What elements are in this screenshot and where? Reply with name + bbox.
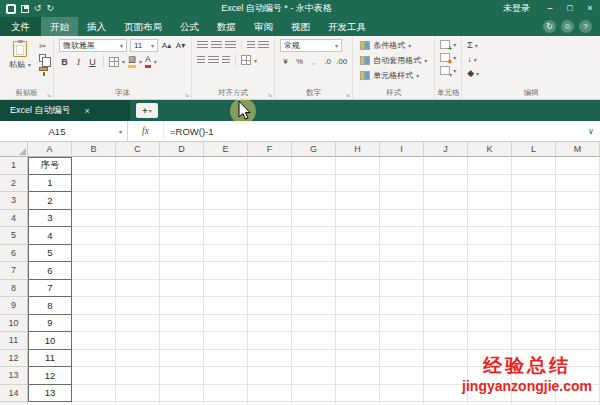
cell-H2[interactable] [336, 175, 380, 193]
cell-K15[interactable] [468, 402, 512, 404]
cell-D14[interactable] [160, 385, 204, 403]
cell-B12[interactable] [72, 350, 116, 368]
cell-G14[interactable] [292, 385, 336, 403]
cell-C11[interactable] [116, 332, 160, 350]
undo-icon[interactable]: ↺ [34, 0, 42, 17]
cell-M8[interactable] [556, 280, 600, 298]
insert-cells-icon[interactable] [440, 40, 450, 49]
cell-B13[interactable] [72, 367, 116, 385]
orientation-icon[interactable] [247, 41, 255, 49]
cell-E4[interactable] [204, 210, 248, 228]
cell-G3[interactable] [292, 192, 336, 210]
styles-button-条件格式[interactable]: 条件格式▾ [358, 39, 429, 52]
cell-B15[interactable] [72, 402, 116, 404]
cell-K6[interactable] [468, 245, 512, 263]
cell-L6[interactable] [512, 245, 556, 263]
cell-A13[interactable]: 12 [28, 367, 72, 385]
cell-E9[interactable] [204, 297, 248, 315]
cell-H12[interactable] [336, 350, 380, 368]
cell-M4[interactable] [556, 210, 600, 228]
cell-F4[interactable] [248, 210, 292, 228]
decrease-font-icon[interactable]: A▾ [175, 40, 186, 52]
cell-F1[interactable] [248, 157, 292, 175]
font-color-icon[interactable]: A [145, 55, 151, 68]
cell-G7[interactable] [292, 262, 336, 280]
row-header-15[interactable]: 15 [0, 402, 28, 404]
redo-icon[interactable]: ↻ [47, 0, 55, 17]
row-header-3[interactable]: 3 [0, 192, 28, 210]
cell-I12[interactable] [380, 350, 424, 368]
cell-I11[interactable] [380, 332, 424, 350]
row-header-2[interactable]: 2 [0, 175, 28, 193]
cell-G4[interactable] [292, 210, 336, 228]
cell-J8[interactable] [424, 280, 468, 298]
cell-E2[interactable] [204, 175, 248, 193]
cell-J7[interactable] [424, 262, 468, 280]
cell-F10[interactable] [248, 315, 292, 333]
cell-H1[interactable] [336, 157, 380, 175]
cell-E12[interactable] [204, 350, 248, 368]
format-painter-icon[interactable] [39, 67, 48, 71]
wrap-text-icon[interactable] [258, 41, 269, 49]
cell-B10[interactable] [72, 315, 116, 333]
cell-C10[interactable] [116, 315, 160, 333]
cell-D7[interactable] [160, 262, 204, 280]
cell-M15[interactable] [556, 402, 600, 404]
tab-close-icon[interactable]: × [85, 106, 90, 116]
font-size-select[interactable]: 11▾ [130, 39, 158, 52]
cell-H9[interactable] [336, 297, 380, 315]
cell-E15[interactable] [204, 402, 248, 404]
cell-A8[interactable]: 7 [28, 280, 72, 298]
styles-button-单元格样式[interactable]: 单元格样式▾ [358, 69, 429, 82]
format-cells-icon[interactable] [440, 66, 450, 75]
cell-K4[interactable] [468, 210, 512, 228]
tab-页面布局[interactable]: 页面布局 [115, 17, 171, 36]
cell-A11[interactable]: 10 [28, 332, 72, 350]
align-right-icon[interactable] [222, 56, 230, 64]
cell-B2[interactable] [72, 175, 116, 193]
cell-F6[interactable] [248, 245, 292, 263]
namebox-dropdown-icon[interactable]: ▾ [114, 128, 127, 135]
row-header-4[interactable]: 4 [0, 210, 28, 228]
row-header-14[interactable]: 14 [0, 385, 28, 403]
cell-M1[interactable] [556, 157, 600, 175]
cell-H7[interactable] [336, 262, 380, 280]
column-header-C[interactable]: C [116, 142, 160, 157]
cell-D5[interactable] [160, 227, 204, 245]
cell-J1[interactable] [424, 157, 468, 175]
cell-L2[interactable] [512, 175, 556, 193]
cell-B11[interactable] [72, 332, 116, 350]
cell-I3[interactable] [380, 192, 424, 210]
cell-A9[interactable]: 8 [28, 297, 72, 315]
cell-J11[interactable] [424, 332, 468, 350]
new-document-button[interactable]: +▾ [136, 103, 158, 118]
cell-G11[interactable] [292, 332, 336, 350]
font-name-select[interactable]: 微软雅黑▾ [59, 39, 127, 52]
cell-J10[interactable] [424, 315, 468, 333]
column-header-A[interactable]: A [28, 142, 72, 157]
cell-E1[interactable] [204, 157, 248, 175]
cell-F9[interactable] [248, 297, 292, 315]
row-header-7[interactable]: 7 [0, 262, 28, 280]
cell-A6[interactable]: 5 [28, 245, 72, 263]
cell-M9[interactable] [556, 297, 600, 315]
cell-B8[interactable] [72, 280, 116, 298]
cell-A2[interactable]: 1 [28, 175, 72, 193]
row-header-10[interactable]: 10 [0, 315, 28, 333]
minimize-button[interactable]: – [540, 0, 560, 17]
cell-A3[interactable]: 2 [28, 192, 72, 210]
cell-E13[interactable] [204, 367, 248, 385]
styles-button-自动套用格式[interactable]: 自动套用格式▾ [358, 54, 429, 67]
column-header-F[interactable]: F [248, 142, 292, 157]
cell-H15[interactable] [336, 402, 380, 404]
increase-font-icon[interactable]: A▴ [161, 40, 172, 52]
cell-I2[interactable] [380, 175, 424, 193]
cell-I15[interactable] [380, 402, 424, 404]
borders-icon[interactable] [109, 57, 119, 67]
number-icon-1[interactable]: ¥ [280, 55, 291, 67]
cell-G5[interactable] [292, 227, 336, 245]
cell-B1[interactable] [72, 157, 116, 175]
cell-F3[interactable] [248, 192, 292, 210]
cell-G8[interactable] [292, 280, 336, 298]
tab-开始[interactable]: 开始 [41, 17, 78, 36]
